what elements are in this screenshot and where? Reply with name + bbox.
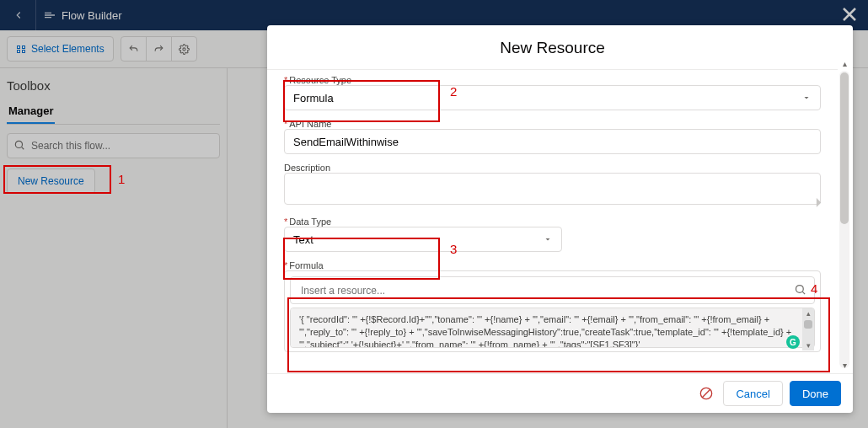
- header-divider: [35, 0, 36, 30]
- app-title: Flow Builder: [62, 9, 122, 22]
- chevron-up-icon: ▴: [802, 309, 814, 318]
- description-textarea[interactable]: [284, 173, 821, 205]
- close-button[interactable]: [839, 4, 860, 24]
- api-name-label: *API Name: [284, 119, 821, 129]
- svg-point-5: [15, 141, 22, 147]
- redo-button[interactable]: [146, 36, 172, 62]
- done-button[interactable]: Done: [790, 381, 841, 406]
- svg-rect-3: [23, 51, 25, 53]
- tab-manager[interactable]: Manager: [7, 99, 55, 124]
- settings-button[interactable]: [171, 36, 197, 62]
- formula-scrollbar[interactable]: ▴ ▾: [802, 308, 814, 350]
- modal-scrollbar[interactable]: ▴ ▾: [839, 71, 849, 368]
- undo-button[interactable]: [121, 36, 147, 62]
- error-icon: [699, 387, 713, 400]
- resource-type-label: *Resource Type: [284, 75, 821, 85]
- chevron-down-icon: [543, 234, 553, 244]
- select-elements-label: Select Elements: [31, 43, 104, 55]
- modal-title: New Resource: [284, 25, 821, 69]
- sidebar-tabs: Manager: [7, 99, 220, 125]
- chevron-up-icon: ▴: [839, 59, 849, 68]
- svg-rect-0: [18, 46, 20, 49]
- select-elements-icon: [16, 44, 26, 54]
- svg-rect-1: [23, 46, 25, 49]
- history-group: [121, 36, 197, 62]
- svg-rect-2: [18, 51, 20, 53]
- cancel-button[interactable]: Cancel: [723, 381, 782, 406]
- modal-footer: Cancel Done: [267, 373, 853, 413]
- select-elements-button[interactable]: Select Elements: [7, 36, 114, 62]
- sidebar-search: [7, 133, 220, 158]
- search-icon: [794, 283, 806, 296]
- search-icon: [13, 139, 25, 151]
- data-type-value: Text: [293, 233, 313, 246]
- formula-label: *Formula: [284, 260, 821, 270]
- chevron-down-icon: ▾: [839, 361, 849, 370]
- svg-point-6: [796, 286, 804, 293]
- svg-point-4: [183, 47, 185, 50]
- flow-icon: [43, 8, 56, 22]
- toolbox-title: Toolbox: [7, 78, 220, 93]
- new-resource-modal: New Resource *Resource Type Formula *API…: [267, 25, 853, 413]
- chevron-down-icon: ▾: [802, 341, 814, 350]
- grammarly-icon: G: [786, 335, 800, 349]
- search-input[interactable]: [7, 133, 220, 158]
- data-type-label: *Data Type: [284, 217, 821, 227]
- formula-resource-input[interactable]: [290, 276, 815, 304]
- back-button[interactable]: [8, 5, 29, 25]
- resource-type-value: Formula: [293, 92, 334, 104]
- description-label: Description: [284, 163, 821, 173]
- new-resource-button[interactable]: New Resource: [7, 169, 95, 194]
- chevron-down-icon: [801, 93, 812, 103]
- api-name-input[interactable]: [284, 129, 821, 154]
- resource-type-select[interactable]: Formula: [284, 85, 821, 110]
- sidebar: Toolbox Manager New Resource: [0, 68, 228, 428]
- formula-textarea[interactable]: '{ "recordId": "' +{!$Record.Id}+'"',"to…: [290, 308, 815, 348]
- data-type-select[interactable]: Text: [284, 227, 562, 252]
